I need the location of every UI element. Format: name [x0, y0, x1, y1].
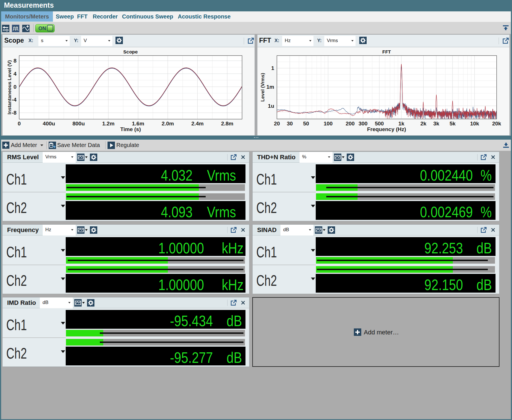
svg-text:2k: 2k: [420, 121, 427, 127]
svg-text:2.8m: 2.8m: [221, 121, 233, 127]
svg-text:200: 200: [346, 121, 355, 127]
svg-text:2.0m: 2.0m: [162, 121, 174, 127]
svg-text:1.2m: 1.2m: [102, 121, 114, 127]
svg-text:50: 50: [303, 121, 309, 127]
svg-text:20: 20: [274, 121, 280, 127]
svg-text:100: 100: [324, 121, 333, 127]
svg-text:400u: 400u: [43, 121, 55, 127]
svg-text:1: 1: [271, 65, 274, 71]
svg-text:0: 0: [13, 84, 16, 90]
svg-text:FFT: FFT: [382, 49, 391, 55]
svg-text:-8: -8: [12, 110, 16, 116]
svg-text:8: 8: [13, 58, 16, 64]
svg-text:Instantaneous Level (V): Instantaneous Level (V): [7, 60, 12, 115]
svg-text:20k: 20k: [492, 121, 501, 127]
svg-text:300: 300: [358, 121, 368, 127]
svg-text:2.4m: 2.4m: [191, 121, 204, 127]
svg-text:Time (s): Time (s): [120, 126, 141, 132]
svg-text:Level (Vrms): Level (Vrms): [260, 73, 265, 102]
svg-text:1u: 1u: [268, 103, 274, 109]
svg-text:1m: 1m: [267, 84, 274, 90]
svg-text:ON: ON: [38, 26, 46, 31]
svg-text:0: 0: [18, 121, 21, 127]
svg-text:10k: 10k: [470, 121, 479, 127]
svg-text:30: 30: [287, 121, 293, 127]
svg-text:5k: 5k: [449, 121, 456, 127]
svg-text:-4: -4: [12, 97, 16, 103]
svg-text:Scope: Scope: [123, 49, 138, 55]
svg-text:4: 4: [13, 71, 16, 77]
svg-text:1k: 1k: [398, 121, 404, 127]
svg-text:Frequency (Hz): Frequency (Hz): [367, 126, 406, 132]
svg-text:3k: 3k: [433, 121, 439, 127]
svg-text:1.6m: 1.6m: [132, 121, 144, 127]
svg-text:800u: 800u: [73, 121, 85, 127]
svg-text:500: 500: [375, 121, 384, 127]
